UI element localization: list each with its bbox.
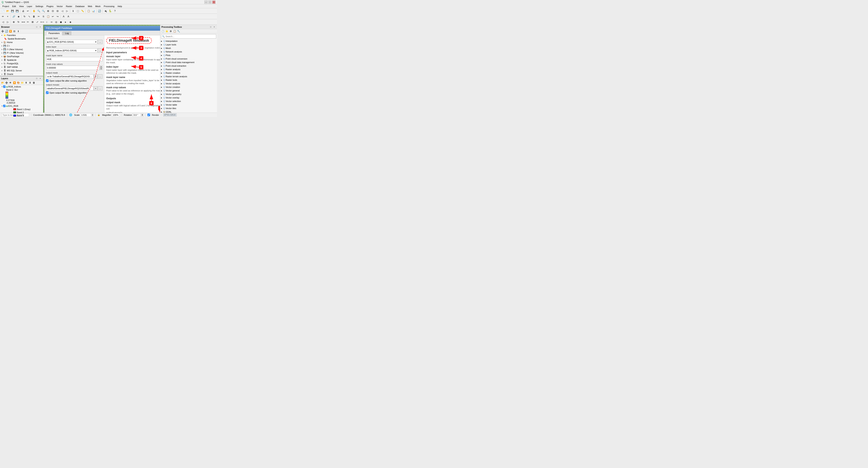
zoom-out-btn[interactable]: 🔍: [41, 9, 45, 13]
merge-btn[interactable]: ⊞: [30, 20, 35, 24]
toolbox-point-cloud-conv[interactable]: ▸ Q Point cloud conversion: [160, 57, 217, 61]
mirror-btn[interactable]: ⟺: [21, 20, 25, 24]
minimize-btn[interactable]: —: [205, 1, 208, 4]
toolbox-vector-overlay[interactable]: ▸ Q Vector overlay: [160, 96, 217, 99]
menu-mesh[interactable]: Mesh: [94, 4, 102, 8]
menu-raster[interactable]: Raster: [64, 4, 74, 8]
cut-btn[interactable]: ✂: [36, 14, 41, 19]
menu-layer[interactable]: Layer: [25, 4, 34, 8]
render-checkbox[interactable]: [148, 114, 150, 116]
index-layer-options-btn[interactable]: …: [98, 48, 102, 53]
measure-btn[interactable]: 📏: [80, 9, 85, 13]
add-btn[interactable]: +: [5, 14, 10, 19]
identify-btn[interactable]: ℹ: [71, 9, 75, 13]
label2-btn[interactable]: A: [66, 14, 70, 19]
toolbox-vector-analysis[interactable]: ▸ Q Vector analysis: [160, 82, 217, 85]
toolbox-results-btn[interactable]: 📋: [173, 29, 176, 33]
mosaic-layer-select[interactable]: ▣ EX1_RGB [EPSG:32616] ▾: [46, 40, 97, 44]
toolbox-options-btn[interactable]: 🔧: [177, 29, 180, 33]
menu-vector[interactable]: Vector: [55, 4, 64, 8]
browser-postgresql[interactable]: ▸ 🐘 PostgreSQL: [0, 62, 43, 65]
snap-btn[interactable]: 🔗: [11, 14, 16, 19]
scale-input[interactable]: [80, 113, 91, 117]
toolbox-layer-tools[interactable]: ▸ Q Layer tools: [160, 43, 217, 47]
toolbox-close-btn[interactable]: ×: [213, 25, 216, 29]
browser-c-drive[interactable]: ▸ 💾 C:\: [0, 44, 43, 48]
menu-help[interactable]: Help: [116, 4, 124, 8]
open-output-mosaic-checkbox[interactable]: [46, 91, 49, 94]
layers-up-btn[interactable]: ⬆: [24, 81, 28, 85]
toolbox-interpolation[interactable]: ▸ Q Interpolation: [160, 39, 217, 43]
menu-project[interactable]: Project: [1, 4, 10, 8]
new-project-btn[interactable]: 📄: [1, 9, 5, 13]
zoom-last-btn[interactable]: ◁: [60, 9, 64, 13]
toolbox-vector-selection[interactable]: ▸ Q Vector selection: [160, 99, 217, 103]
toolbox-vector-geometry[interactable]: ▸ Q Vector geometry: [160, 92, 217, 96]
delete-btn[interactable]: 🗑: [32, 14, 36, 19]
ring-btn[interactable]: ◎: [54, 20, 58, 24]
open-attr-btn[interactable]: 📋: [86, 9, 91, 13]
zoom-extent-btn[interactable]: ⊞: [46, 9, 50, 13]
menu-plugins[interactable]: Plugins: [45, 4, 55, 8]
browser-p-drive[interactable]: ▸ 💾 P:\ (New Volume): [0, 51, 43, 55]
layers-toggle-btn[interactable]: □: [35, 77, 38, 80]
paste-btn[interactable]: 📋: [46, 14, 50, 19]
plugins-btn[interactable]: 🔌: [103, 9, 107, 13]
output-mask-browse-btn[interactable]: …: [98, 74, 102, 79]
layers-close-btn[interactable]: ×: [39, 77, 42, 80]
redo-btn[interactable]: ↪: [55, 14, 60, 19]
refresh-btn[interactable]: 🔄: [97, 9, 101, 13]
toolbox-recent-btn[interactable]: 🕐: [161, 29, 164, 33]
close-btn[interactable]: ×: [212, 1, 215, 4]
layers-style-btn[interactable]: 🎨: [17, 81, 20, 85]
zoom-selection-btn[interactable]: ⊡: [51, 9, 55, 13]
titlebar-controls[interactable]: — □ ×: [205, 1, 215, 4]
browser-refresh-btn[interactable]: 🔄: [5, 29, 8, 33]
rotation-input[interactable]: [133, 113, 141, 117]
mosaic-layer-options-btn[interactable]: …: [98, 40, 102, 44]
toolbox-raster-terrain[interactable]: ▸ Q Raster terrain analysis: [160, 75, 217, 78]
menu-web[interactable]: Web: [86, 4, 94, 8]
map-canvas[interactable]: FIELDimageR FieldMask × Parameters Log m…: [43, 25, 160, 113]
move-btn[interactable]: ↕: [44, 20, 49, 24]
save-as-btn[interactable]: 💾: [15, 9, 19, 13]
toolbox-vector-tiles[interactable]: ▸ Q Vector tiles: [160, 107, 217, 110]
layer-visibility-checkbox[interactable]: [3, 105, 5, 107]
tab-log[interactable]: Log: [63, 31, 71, 35]
browser-geopackage[interactable]: ▸ 📦 GeoPackage: [0, 55, 43, 58]
browser-home[interactable]: ▸ 🏠 Home: [0, 40, 43, 44]
open-output-mask-checkbox[interactable]: [46, 80, 49, 82]
rotation-spin-btn[interactable]: ⬆: [142, 113, 143, 117]
output-mosaic-browse-btn[interactable]: …: [98, 86, 102, 91]
output-mask-clear-btn[interactable]: ×: [94, 74, 97, 79]
layer-visibility-checkbox[interactable]: [3, 86, 5, 88]
menu-processing[interactable]: Processing: [102, 4, 116, 8]
epsg-badge[interactable]: EPSG:32616: [163, 113, 177, 116]
copy-btn[interactable]: ⎘: [41, 14, 45, 19]
toolbox-network-analysis[interactable]: ▸ Q Network analysis: [160, 50, 217, 54]
output-mosaic-input[interactable]: [46, 86, 93, 91]
toolbox-mesh[interactable]: ▸ Q Mesh: [160, 47, 217, 50]
menu-database[interactable]: Database: [74, 4, 86, 8]
browser-mssql[interactable]: ▸ 🗄 MS SQL Server: [0, 69, 43, 72]
browser-collapse-btn[interactable]: ⊟: [12, 29, 16, 33]
layers-eye-btn[interactable]: 👁: [9, 81, 12, 85]
python-btn[interactable]: 🐍: [108, 9, 112, 13]
browser-close-btn[interactable]: ×: [39, 25, 42, 29]
spin-up-btn[interactable]: ▲: [100, 66, 102, 68]
nav1-btn[interactable]: ◁: [1, 20, 5, 24]
browser-sap-hana[interactable]: ▸ 🗄 SAP HANA: [0, 65, 43, 69]
browser-spatial-bookmarks[interactable]: 🔖 Spatial Bookmarks: [0, 37, 43, 40]
fill-btn[interactable]: ◉: [59, 20, 63, 24]
toolbox-raster-tools[interactable]: ▸ Q Raster tools: [160, 78, 217, 82]
coord-btn[interactable]: ⊕: [11, 20, 16, 24]
maximize-btn[interactable]: □: [208, 1, 212, 4]
toolbox-fav-btn[interactable]: ⭐: [165, 29, 168, 33]
menu-view[interactable]: View: [18, 4, 25, 8]
toolbox-plots[interactable]: ▸ Q Plots: [160, 54, 217, 57]
edit-btn[interactable]: ✏: [1, 14, 5, 19]
layers-add-btn[interactable]: ➕: [5, 81, 8, 85]
mask-crop-values-input[interactable]: [46, 66, 99, 70]
scale-dropdown-btn[interactable]: ▾: [92, 113, 93, 117]
layers-group-btn[interactable]: 📁: [21, 81, 24, 85]
